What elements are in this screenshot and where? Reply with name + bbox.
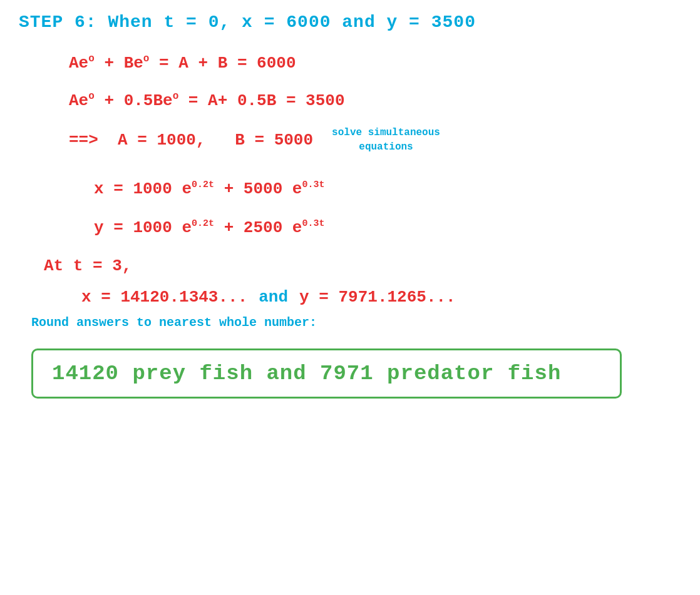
answer-box-container: 14120 prey fish and 7971 predator fish bbox=[25, 342, 681, 405]
implies-text: ==> A = 1000, B = 5000 bbox=[69, 131, 313, 150]
y-result-text: y = 7971.1265... bbox=[299, 288, 456, 307]
answer-box: 14120 prey fish and 7971 predator fish bbox=[31, 348, 622, 399]
solution-y-block: y = 1000 e0.2t + 2500 e0.3t bbox=[94, 211, 681, 244]
page: STEP 6: When t = 0, x = 6000 and y = 350… bbox=[19, 13, 681, 405]
round-note: Round answers to nearest whole number: bbox=[31, 315, 681, 330]
at-t3-text: At t = 3, bbox=[44, 257, 131, 275]
solve-note-line1: solve simultaneous bbox=[332, 127, 440, 138]
and-word: and bbox=[259, 288, 288, 307]
answer-text: 14120 prey fish and 7971 predator fish bbox=[52, 362, 561, 385]
step-header: STEP 6: When t = 0, x = 6000 and y = 350… bbox=[19, 13, 681, 32]
solution-x-block: x = 1000 e0.2t + 5000 e0.3t bbox=[94, 173, 681, 205]
result-line: x = 14120.1343... and y = 7971.1265... bbox=[81, 288, 681, 307]
y-eq-text: y = 1000 e0.2t + 2500 e0.3t bbox=[94, 211, 325, 244]
x-result-text: x = 14120.1343... bbox=[81, 288, 247, 307]
step-condition: When t = 0, x = 6000 and y = 3500 bbox=[108, 13, 476, 32]
x-eq-text: x = 1000 e0.2t + 5000 e0.3t bbox=[94, 173, 325, 205]
solution-x-line: x = 1000 e0.2t + 5000 e0.3t bbox=[94, 173, 681, 205]
solve-note-line2: equations bbox=[359, 141, 413, 153]
step-label: STEP 6: bbox=[19, 13, 97, 32]
solve-note: solve simultaneous equations bbox=[332, 126, 440, 154]
solution-y-line: y = 1000 e0.2t + 2500 e0.3t bbox=[94, 211, 681, 244]
equation-2-line: Aeo + 0.5Beo = A+ 0.5B = 3500 bbox=[69, 87, 681, 114]
equation-2-block: Aeo + 0.5Beo = A+ 0.5B = 3500 bbox=[69, 87, 681, 114]
implies-block: ==> A = 1000, B = 5000 solve simultaneou… bbox=[69, 126, 681, 154]
at-t3-label: At t = 3, bbox=[44, 257, 681, 275]
equation-1-line: Aeo + Beo = A + B = 6000 bbox=[69, 49, 681, 77]
equation-1-text: Aeo + Beo = A + B = 6000 bbox=[69, 49, 296, 77]
equation-2-text: Aeo + 0.5Beo = A+ 0.5B = 3500 bbox=[69, 87, 345, 114]
equation-1-block: Aeo + Beo = A + B = 6000 bbox=[69, 49, 681, 77]
